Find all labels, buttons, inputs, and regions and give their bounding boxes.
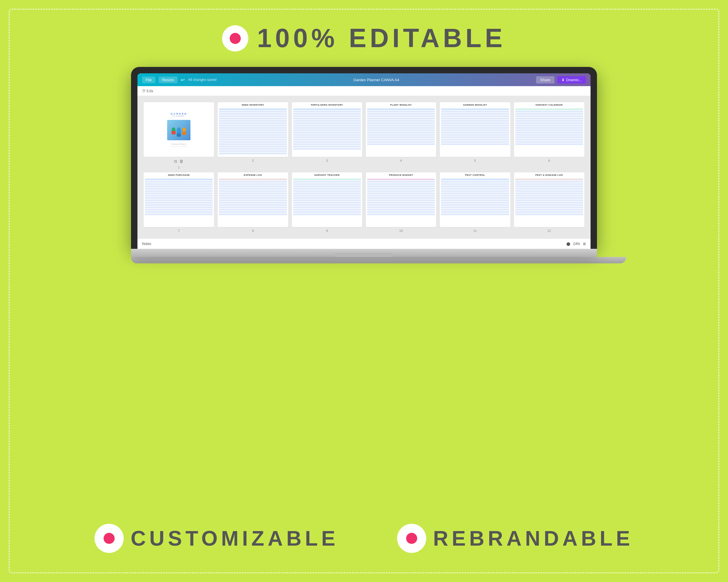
top-badge: 100% EDITABLE (222, 23, 506, 53)
view-dot: ⬤ (566, 242, 570, 246)
page-6-title: HARVEST CALENDAR (514, 102, 584, 107)
download-icon: ⬇ (562, 78, 565, 82)
trash-icon[interactable]: 🗑 (179, 159, 183, 164)
page-7-number: 7 (178, 229, 180, 232)
page-4-number: 4 (400, 159, 402, 162)
page-11[interactable]: PEST CONTROL (439, 172, 511, 232)
resize-button[interactable]: Resize (159, 77, 177, 83)
page-11-number: 11 (473, 229, 477, 232)
customizable-icon (95, 524, 124, 553)
page-4-title: PLANT WISHLIST (366, 102, 436, 107)
pot-3 (182, 128, 186, 133)
editable-label: 100% EDITABLE (257, 23, 506, 53)
page-1[interactable]: GARDEN PLANNER (143, 102, 214, 169)
page-7-content (144, 177, 214, 227)
rebrandable-icon (397, 524, 426, 553)
page-9-content (292, 177, 362, 227)
cover-thumb: GARDEN PLANNER (143, 102, 214, 157)
page-8-content (217, 177, 288, 227)
cover-title: GARDEN (171, 112, 187, 115)
canva-statusbar: Notes ⬤ 24% ⊞ (137, 238, 591, 249)
page-10-number: 10 (399, 229, 403, 232)
page-3-number: 3 (326, 159, 328, 162)
customizable-badge: CUSTOMIZABLE (95, 524, 339, 553)
zoom-label: 24% (573, 242, 580, 246)
page-7[interactable]: SEED PURCHASE (143, 172, 214, 232)
page-2-content (217, 107, 288, 157)
cover-subtitle: PLANNER (173, 115, 185, 117)
page-8-thumb: EXPENSE LOG (217, 172, 288, 227)
topbar-left: File Resize ↩ All changes saved (142, 77, 216, 83)
pot-1 (172, 128, 176, 133)
rebrandable-badge: REBRANDABLE (397, 524, 633, 553)
cover-image (167, 120, 190, 140)
bottom-badges: CUSTOMIZABLE REBRANDABLE (95, 524, 634, 553)
page-5[interactable]: GARDEN WISHLIST (439, 102, 511, 169)
rebrandable-label: REBRANDABLE (433, 526, 633, 550)
page-9-thumb: HARVEST TRACKER (291, 172, 363, 227)
page-3-content (292, 107, 362, 157)
page-1-number: 1 (178, 166, 180, 169)
page-5-content (440, 107, 510, 157)
page-10[interactable]: PRODUCE BUDGET (365, 172, 437, 232)
page-5-number: 5 (474, 159, 476, 162)
page-11-title: PEST CONTROL (440, 172, 510, 177)
page-6[interactable]: HARVEST CALENDAR (514, 102, 585, 169)
page-6-content (514, 107, 584, 157)
page-12-content (514, 177, 584, 227)
page-4-thumb: PLANT WISHLIST (365, 102, 437, 157)
page-4-content (366, 107, 436, 157)
page-6-thumb: HARVEST CALENDAR (514, 102, 585, 157)
document-title: Garden Planner CANVA A4 (353, 78, 399, 82)
page-8[interactable]: EXPENSE LOG (217, 172, 288, 232)
page-2-title: SEED INVENTORY (217, 102, 288, 107)
cover-footer: This planner belongs to_________________… (171, 143, 187, 147)
page-11-thumb: PEST CONTROL (439, 172, 511, 227)
download-button[interactable]: ⬇ Downlo... (557, 76, 586, 84)
statusbar-right: ⬤ 24% ⊞ (566, 242, 586, 246)
copy-icon[interactable]: ⧉ (174, 159, 177, 164)
saved-status: All changes saved (188, 78, 216, 82)
page-12-number: 12 (547, 229, 551, 232)
page-10-title: PRODUCE BUDGET (366, 172, 436, 177)
page-9[interactable]: HARVEST TRACKER (291, 172, 363, 232)
pages-row-1: GARDEN PLANNER (143, 102, 585, 169)
notes-label: Notes (142, 242, 151, 246)
topbar-right: Share ⬇ Downlo... (536, 76, 586, 84)
page-7-title: SEED PURCHASE (144, 172, 214, 177)
page-9-number: 9 (326, 229, 328, 232)
page-8-number: 8 (252, 229, 254, 232)
page-7-thumb: SEED PURCHASE (143, 172, 214, 227)
page-5-title: GARDEN WISHLIST (440, 102, 510, 107)
customizable-label: CUSTOMIZABLE (131, 526, 339, 550)
pot-2 (177, 128, 181, 133)
page-10-content (366, 177, 436, 227)
page-2[interactable]: SEED INVENTORY (217, 102, 288, 169)
laptop-base (131, 249, 597, 257)
page-3-thumb: FERTILIZERS INVENTORY (291, 102, 363, 157)
grid-icon: ⊞ (583, 242, 586, 246)
share-button[interactable]: Share (536, 76, 554, 84)
page-2-number: 2 (252, 159, 254, 162)
laptop-body: File Resize ↩ All changes saved Garden P… (131, 67, 597, 249)
page-9-title: HARVEST TRACKER (292, 172, 362, 177)
pages-area: GARDEN PLANNER (137, 96, 591, 238)
page-4[interactable]: PLANT WISHLIST (365, 102, 437, 169)
page-12[interactable]: PEST & DISEASE LOG (514, 172, 585, 232)
pink-dot (230, 33, 241, 44)
laptop-screen: File Resize ↩ All changes saved Garden P… (137, 73, 591, 249)
customizable-dot (104, 533, 115, 544)
file-button[interactable]: File (142, 77, 155, 83)
page-8-title: EXPENSE LOG (217, 172, 288, 177)
canva-secondbar: ⏱ 5.0s (137, 86, 591, 96)
undo-icon[interactable]: ↩ (181, 77, 185, 83)
canva-topbar: File Resize ↩ All changes saved Garden P… (137, 73, 591, 86)
page-5-thumb: GARDEN WISHLIST (439, 102, 511, 157)
laptop: File Resize ↩ All changes saved Garden P… (131, 67, 597, 264)
page-12-thumb: PEST & DISEASE LOG (514, 172, 585, 227)
page-3[interactable]: FERTILIZERS INVENTORY (291, 102, 363, 169)
flower-pots (172, 128, 186, 133)
page-11-content (440, 177, 510, 227)
topbar-center: Garden Planner CANVA A4 (221, 78, 531, 82)
page-2-thumb: SEED INVENTORY (217, 102, 288, 157)
